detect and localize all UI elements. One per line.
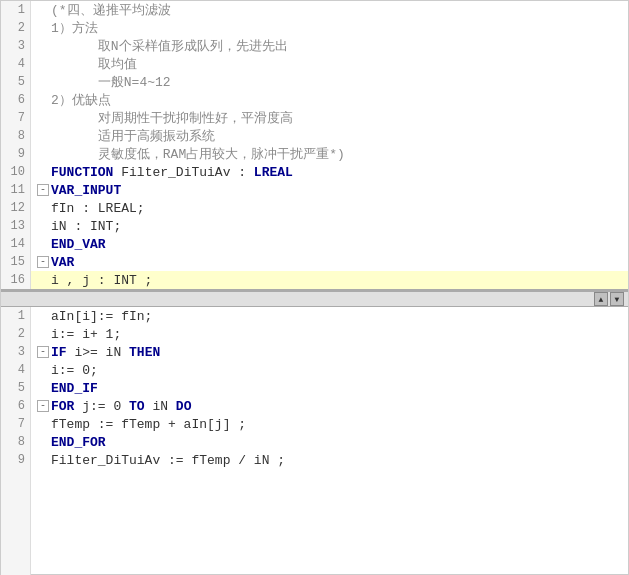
line-number: 7 [1,109,30,127]
line-content: i , j : INT ; [51,273,628,288]
line-content: IF i>= iN THEN [51,345,628,360]
code-line: 灵敏度低，RAM占用较大，脉冲干扰严重*) [31,145,628,163]
bottom-line-numbers: 123456789 [1,307,31,575]
code-line: 2）优缺点 [31,91,628,109]
code-line: fTemp := fTemp + aIn[j] ; [31,415,628,433]
line-number: 6 [1,397,30,415]
editor-container: 123456789101112131415161718192021 (*四、递推… [0,0,629,575]
code-line: aIn[i]:= fIn; [31,307,628,325]
line-number: 14 [1,235,30,253]
line-number: 1 [1,307,30,325]
line-content: i:= 0; [51,363,628,378]
code-line: 取N个采样值形成队列，先进先出 [31,37,628,55]
line-content: fTemp := fTemp + aIn[j] ; [51,417,628,432]
line-number: 4 [1,55,30,73]
code-line: 1）方法 [31,19,628,37]
top-code-area: (*四、递推平均滤波1）方法 取N个采样值形成队列，先进先出 取均值 一般N=4… [31,1,628,289]
line-content: 取均值 [51,55,628,73]
line-content: (*四、递推平均滤波 [51,1,628,19]
line-content: fIn : LREAL; [51,201,628,216]
line-number: 2 [1,325,30,343]
bottom-pane: 123456789 aIn[i]:= fIn;i:= i+ 1;-IF i>= … [1,307,628,575]
line-number: 10 [1,163,30,181]
top-scroll-area: 123456789101112131415161718192021 (*四、递推… [1,1,628,289]
line-content: VAR_INPUT [51,183,628,198]
top-line-numbers: 123456789101112131415161718192021 [1,1,31,289]
code-line: 一般N=4~12 [31,73,628,91]
code-line: -IF i>= iN THEN [31,343,628,361]
code-line: END_FOR [31,433,628,451]
line-content: 取N个采样值形成队列，先进先出 [51,37,628,55]
line-number: 15 [1,253,30,271]
code-line: -VAR [31,253,628,271]
line-number: 6 [1,91,30,109]
code-line: iN : INT; [31,217,628,235]
line-content: 2）优缺点 [51,91,628,109]
code-line: (*四、递推平均滤波 [31,1,628,19]
line-number: 3 [1,343,30,361]
line-content: 对周期性干扰抑制性好，平滑度高 [51,109,628,127]
line-content: END_IF [51,381,628,396]
line-number: 11 [1,181,30,199]
line-number: 9 [1,145,30,163]
line-content: END_FOR [51,435,628,450]
code-line: 对周期性干扰抑制性好，平滑度高 [31,109,628,127]
line-number: 8 [1,127,30,145]
fold-indicator[interactable]: - [35,184,51,196]
code-line: fIn : LREAL; [31,199,628,217]
code-line: Filter_DiTuiAv := fTemp / iN ; [31,451,628,469]
line-content: aIn[i]:= fIn; [51,309,628,324]
code-line: i , j : INT ; [31,271,628,289]
code-line: i:= 0; [31,361,628,379]
line-content: FOR j:= 0 TO iN DO [51,399,628,414]
bottom-scroll-area: 123456789 aIn[i]:= fIn;i:= i+ 1;-IF i>= … [1,307,628,575]
line-number: 5 [1,379,30,397]
line-content: Filter_DiTuiAv := fTemp / iN ; [51,453,628,468]
scroll-up-button[interactable]: ▲ [594,292,608,306]
line-content: 1）方法 [51,19,628,37]
code-line: FUNCTION Filter_DiTuiAv : LREAL [31,163,628,181]
line-number: 7 [1,415,30,433]
line-content: VAR [51,255,628,270]
code-line: -FOR j:= 0 TO iN DO [31,397,628,415]
code-line: -VAR_INPUT [31,181,628,199]
line-content: 灵敏度低，RAM占用较大，脉冲干扰严重*) [51,145,628,163]
code-line: i:= i+ 1; [31,325,628,343]
line-content: i:= i+ 1; [51,327,628,342]
line-content: 适用于高频振动系统 [51,127,628,145]
fold-indicator[interactable]: - [35,346,51,358]
line-number: 8 [1,433,30,451]
scroll-down-button[interactable]: ▼ [610,292,624,306]
line-number: 16 [1,271,30,289]
line-content: END_VAR [51,237,628,252]
top-pane: 123456789101112131415161718192021 (*四、递推… [1,1,628,291]
line-number: 4 [1,361,30,379]
line-number: 13 [1,217,30,235]
line-number: 3 [1,37,30,55]
pane-divider: ▲ ▼ [1,291,628,307]
line-content: iN : INT; [51,219,628,234]
bottom-code-area: aIn[i]:= fIn;i:= i+ 1;-IF i>= iN THEN i:… [31,307,628,575]
fold-indicator[interactable]: - [35,256,51,268]
line-content: FUNCTION Filter_DiTuiAv : LREAL [51,165,628,180]
line-number: 5 [1,73,30,91]
line-number: 12 [1,199,30,217]
code-line: 适用于高频振动系统 [31,127,628,145]
code-line: END_IF [31,379,628,397]
line-number: 9 [1,451,30,469]
fold-indicator[interactable]: - [35,400,51,412]
line-number: 2 [1,19,30,37]
line-number: 1 [1,1,30,19]
code-line: 取均值 [31,55,628,73]
line-content: 一般N=4~12 [51,73,628,91]
scroll-arrows: ▲ ▼ [594,292,624,306]
code-line: END_VAR [31,235,628,253]
